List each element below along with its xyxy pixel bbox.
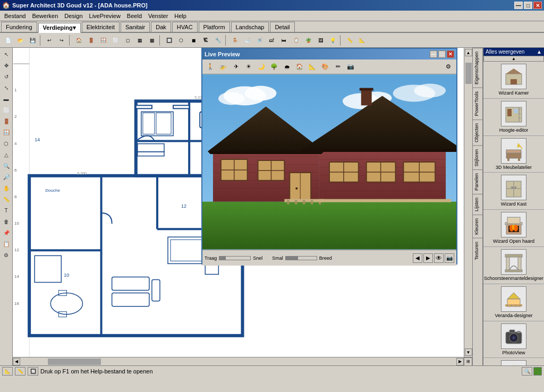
lp-tb-fly[interactable]: ✈ [230, 61, 242, 73]
tb-undo[interactable]: ↩ [44, 35, 55, 46]
lt-roof[interactable]: △ [1, 149, 12, 160]
lp-maximize[interactable]: □ [438, 50, 446, 58]
lp-tb-b1[interactable]: 🏠 [294, 61, 305, 73]
rpt-powertools[interactable]: PowerTools [473, 88, 482, 120]
lt-move[interactable]: ✥ [1, 60, 12, 71]
tb-redo[interactable]: ↪ [56, 35, 67, 46]
tab-hvac[interactable]: HVAC [172, 22, 198, 32]
vscroll-down[interactable]: ▼ [465, 348, 472, 356]
rp-veranda[interactable]: Veranda-designer [483, 284, 544, 321]
maximize-button[interactable]: □ [524, 2, 532, 9]
lp-tb-heli[interactable]: 🚁 [217, 61, 229, 73]
rpt-texturen[interactable]: Texturen [473, 238, 482, 263]
lt-door[interactable]: 🚪 [1, 116, 12, 126]
menu-bestand[interactable]: Bestand [1, 12, 29, 20]
rp-photoview[interactable]: PhotoView [483, 321, 544, 359]
tb-d9[interactable]: 💡 [327, 35, 338, 46]
lt-delete[interactable]: 🗑 [1, 216, 12, 227]
menu-design[interactable]: Design [61, 12, 86, 20]
lt-select[interactable]: ↖ [1, 49, 12, 59]
tb-save[interactable]: 💾 [27, 35, 38, 46]
lt-zoom-in[interactable]: 🔍 [1, 160, 12, 171]
tb-d2[interactable]: 🛁 [241, 35, 253, 46]
lp-tb-tree[interactable]: 🌳 [268, 61, 280, 73]
lt-text[interactable]: T [1, 205, 12, 216]
tab-elektriciteit[interactable]: Elektriciteit [82, 22, 120, 32]
lt-room[interactable]: ⬜ [1, 105, 12, 115]
tb-d8[interactable]: 🖼 [314, 35, 326, 46]
title-bar-controls[interactable]: — □ ✕ [514, 2, 542, 9]
tb-b3[interactable]: 🪟 [97, 35, 109, 46]
lp-view-eye[interactable]: 👁 [434, 253, 444, 263]
tb-c2[interactable]: ⬡ [175, 35, 187, 46]
rpt-kleuren[interactable]: Kleuren [473, 215, 482, 238]
rpt-objecten[interactable]: Objecten [473, 120, 482, 146]
menu-beeld[interactable]: Beeld [124, 12, 145, 20]
tb-c1[interactable]: 🔲 [163, 35, 175, 46]
lt-wall[interactable]: ▬ [1, 93, 12, 104]
lp-tb-screenshot[interactable]: 📷 [345, 61, 356, 73]
rp-wizard-open-haard[interactable]: Wizard Open haard [483, 210, 544, 247]
lt-layer[interactable]: 📋 [1, 238, 12, 249]
tb-new[interactable]: 📄 [2, 35, 14, 46]
rp-schoorsteen[interactable]: Schoorsteenmanteldesigner [483, 247, 544, 284]
lt-measure[interactable]: 📏 [1, 194, 12, 204]
lt-zoom-out[interactable]: 🔎 [1, 172, 12, 182]
tb-d5[interactable]: 🛏 [278, 35, 290, 46]
tb-c3[interactable]: ◼ [188, 35, 199, 46]
tab-sanitair[interactable]: Sanitair [121, 22, 150, 32]
rp-wizard-kamer[interactable]: Wizard Kamer [483, 62, 544, 99]
rpt-stijloren[interactable]: Stijloren [473, 146, 482, 170]
status-icon-1[interactable]: 📐 [2, 367, 13, 376]
lp-tb-sun[interactable]: ☀ [243, 61, 254, 73]
tab-landschap[interactable]: Landschap [231, 22, 269, 32]
tb-d3[interactable]: 🚿 [253, 35, 265, 46]
rp-hoogte-editor[interactable]: Hoogte-editor [483, 99, 544, 136]
lp-tb-b4[interactable]: ✏ [332, 61, 344, 73]
lt-stair[interactable]: ⬡ [1, 138, 12, 149]
rpt-eigenschappen[interactable]: Eigenschappen [473, 48, 482, 88]
lt-snap[interactable]: 📌 [1, 227, 12, 238]
tb-b6[interactable]: ▦ [134, 35, 146, 46]
tb-d6[interactable]: 🪞 [290, 35, 302, 46]
tab-dak[interactable]: Dak [151, 22, 171, 32]
lp-nav-left[interactable]: ◀ [413, 253, 422, 263]
tb-b4[interactable]: ⬜ [109, 35, 121, 46]
lp-tb-rain[interactable]: 🌧 [281, 61, 293, 73]
lt-window[interactable]: 🪟 [1, 127, 12, 138]
lt-settings[interactable]: ⚙ [1, 250, 12, 260]
lp-tb-walk[interactable]: 🚶 [205, 61, 216, 73]
lp-nav-right[interactable]: ▶ [423, 253, 433, 263]
minimize-button[interactable]: — [514, 2, 523, 9]
lp-tb-settings[interactable]: ⚙ [443, 61, 454, 73]
tb-d4[interactable]: 🛋 [266, 35, 277, 46]
tb-c4[interactable]: 🏗 [200, 35, 211, 46]
tb-d1[interactable]: 🪑 [229, 35, 241, 46]
canvas-area[interactable]: 1 2 4 6 8 10 12 14 16 [13, 48, 472, 357]
tb-e1[interactable]: 📏 [344, 35, 355, 46]
tab-platform[interactable]: Platform [199, 22, 230, 32]
status-icon-3[interactable]: 🔲 [28, 367, 38, 376]
menu-livepreview[interactable]: LivePreview [86, 12, 124, 20]
menu-venster[interactable]: Venster [145, 12, 171, 20]
tb-open[interactable]: 📂 [14, 35, 26, 46]
status-zoom[interactable]: 🔍 [522, 367, 532, 376]
tb-b7[interactable]: ▩ [146, 35, 158, 46]
rpt-panelen[interactable]: Panelen [473, 169, 482, 194]
lp-tb-night[interactable]: 🌙 [256, 61, 267, 73]
rp-scroll-up[interactable]: ▲ [483, 56, 544, 62]
lp-tb-b2[interactable]: 📐 [307, 61, 318, 73]
lp-tb-b3[interactable]: 🎨 [319, 61, 331, 73]
tb-c5[interactable]: 🔧 [212, 35, 224, 46]
rp-scroll-up-header[interactable]: ▲ [537, 49, 542, 55]
tab-verdieping[interactable]: Verdieping▾ [38, 23, 81, 33]
lp-close[interactable]: ✕ [447, 50, 454, 58]
lt-rotate[interactable]: ↺ [1, 71, 12, 82]
tab-detail[interactable]: Detail [270, 22, 294, 32]
tb-e2[interactable]: 📐 [356, 35, 368, 46]
lt-pan[interactable]: ✋ [1, 183, 12, 193]
status-icon-2[interactable]: 📏 [15, 367, 26, 376]
lt-scale[interactable]: ⤡ [1, 82, 12, 93]
rp-wizard-kast[interactable]: Wizard Kast [483, 173, 544, 210]
rp-framing-editor[interactable]: Framing-editor [483, 358, 544, 365]
